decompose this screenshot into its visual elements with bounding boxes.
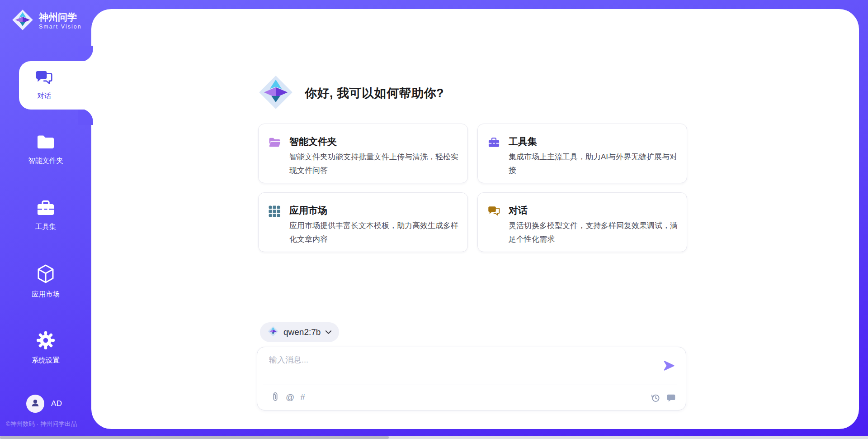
brand-logo-diamond-icon (11, 8, 34, 33)
toolbox-icon (488, 137, 500, 150)
sidebar: 神州问学 Smart Vision 对话 智能文件夹 (0, 0, 91, 439)
message-input[interactable] (269, 354, 604, 381)
model-name: qwen2:7b (283, 327, 321, 337)
app-grid-icon (269, 205, 280, 219)
card-description: 智能文件夹功能支持批量文件上传与清洗，轻松实现文件问答 (289, 150, 462, 177)
toolbox-icon (36, 199, 55, 218)
sidebar-item-settings[interactable]: 系统设置 (0, 331, 91, 365)
model-logo-diamond-icon (267, 325, 279, 339)
folder-open-icon (269, 137, 281, 150)
horizontal-scrollbar[interactable] (0, 436, 868, 439)
greeting-text: 你好, 我可以如何帮助你? (305, 85, 444, 101)
gear-icon (36, 331, 55, 352)
brand-name: 神州问学 (39, 12, 82, 23)
hero: 你好, 我可以如何帮助你? (257, 73, 444, 113)
sidebar-item-toolset[interactable]: 工具集 (0, 199, 91, 232)
card-app-market[interactable]: 应用市场 应用市场提供丰富长文本模板，助力高效生成多样化文章内容 (258, 192, 468, 252)
card-title: 应用市场 (289, 204, 327, 217)
composer-tools-left: @ # (271, 392, 305, 402)
card-description: 灵活切换多模型文件，支持多样回复效果调试，满足个性化需求 (509, 219, 681, 246)
sidebar-item-app-market[interactable]: 应用市场 (0, 264, 91, 299)
chat-bubble-icon[interactable] (666, 393, 676, 403)
user-profile[interactable]: AD (26, 395, 62, 413)
message-input-box: @ # (257, 347, 686, 410)
chat-bubbles-icon (488, 205, 500, 219)
composer-divider (263, 385, 677, 385)
sidebar-item-label: 系统设置 (32, 356, 60, 365)
app-logo-diamond-icon (257, 73, 295, 113)
model-selector[interactable]: qwen2:7b (260, 322, 339, 342)
avatar (26, 395, 44, 413)
history-icon[interactable] (651, 393, 660, 403)
brand-subtitle: Smart Vision (39, 24, 82, 30)
mention-icon[interactable]: @ (286, 392, 294, 402)
card-description: 集成市场上主流工具，助力AI与外界无缝扩展与对接 (509, 150, 681, 177)
sidebar-item-chat[interactable]: 对话 (19, 61, 92, 110)
cube-icon (37, 264, 55, 286)
sidebar-item-label: 智能文件夹 (28, 156, 63, 166)
send-icon[interactable] (663, 360, 675, 372)
card-chat[interactable]: 对话 灵活切换多模型文件，支持多样回复效果调试，满足个性化需求 (477, 192, 687, 252)
topic-icon[interactable]: # (300, 392, 305, 402)
chat-bubbles-icon (35, 70, 53, 88)
attach-icon[interactable] (271, 392, 280, 402)
feature-cards: 智能文件夹 智能文件夹功能支持批量文件上传与清洗，轻松实现文件问答 工具集 集成… (258, 124, 687, 252)
user-initials: AD (51, 399, 62, 408)
sidebar-item-label: 对话 (38, 91, 52, 101)
card-title: 工具集 (509, 135, 537, 148)
card-toolset[interactable]: 工具集 集成市场上主流工具，助力AI与外界无缝扩展与对接 (477, 124, 687, 183)
horizontal-scrollbar-thumb[interactable] (0, 436, 389, 439)
main-content: 你好, 我可以如何帮助你? 智能文件夹 智能文件夹功能支持批量文件上传与清洗，轻… (91, 9, 859, 429)
sidebar-item-label: 工具集 (35, 222, 57, 232)
person-icon (30, 397, 41, 410)
copyright-text: ©神州数码 · 神州问学出品 (6, 420, 77, 428)
card-description: 应用市场提供丰富长文本模板，助力高效生成多样化文章内容 (289, 219, 462, 246)
brand: 神州问学 Smart Vision (11, 8, 82, 33)
folder-icon (36, 133, 56, 152)
composer-tools-right (651, 393, 676, 403)
card-smart-folder[interactable]: 智能文件夹 智能文件夹功能支持批量文件上传与清洗，轻松实现文件问答 (258, 124, 468, 183)
card-title: 智能文件夹 (289, 135, 337, 148)
sidebar-item-smart-folder[interactable]: 智能文件夹 (0, 133, 91, 166)
card-title: 对话 (509, 204, 528, 217)
chevron-down-icon (325, 328, 332, 336)
sidebar-item-label: 应用市场 (32, 290, 60, 299)
